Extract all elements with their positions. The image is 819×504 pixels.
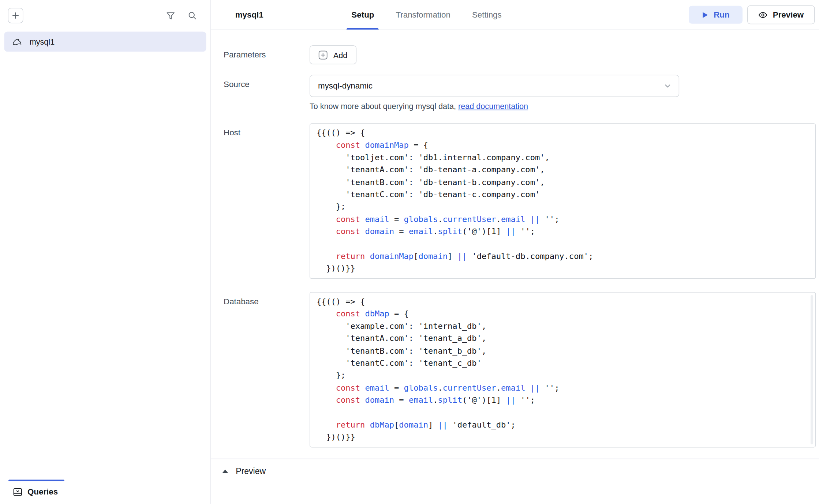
plus-square-icon [318,50,327,59]
bottom-panel-bar: Queries [0,479,210,504]
play-icon [702,11,708,18]
bottom-panel-icon [13,488,22,496]
sidebar-toolbar [0,0,210,29]
preview-button-label: Preview [773,10,804,19]
add-parameter-label: Add [333,50,347,59]
database-label: Database [211,292,309,306]
collapse-arrow-icon [222,469,228,473]
parameters-label: Parameters [211,45,309,60]
plus-icon [12,12,19,19]
run-button-label: Run [714,10,729,19]
query-list-item-mysql1[interactable]: mysql1 [4,31,206,52]
query-editor-panel: mysql1 Setup Transformation Settings Run [211,0,819,504]
host-row: Host {{(() => { const domainMap = { 'too… [211,123,816,279]
tab-transformation[interactable]: Transformation [392,0,454,30]
query-item-label: mysql1 [30,37,55,46]
preview-section: Preview [211,459,819,504]
parameters-row: Parameters Add [211,45,816,64]
source-row: Source mysql-dynamic To know more about … [211,75,816,111]
eye-icon [759,10,767,19]
query-sidebar: mysql1 Queries [0,0,211,504]
tab-settings-label: Settings [472,10,502,19]
preview-section-label: Preview [236,466,266,476]
queries-panel-toggle[interactable]: Queries [13,487,58,497]
query-list: mysql1 [0,29,210,55]
setup-form: Parameters Add Source mysql-dy [211,30,819,459]
editor-scrollbar[interactable] [811,295,813,444]
app-window: mysql1 Queries mysql1 Setup [0,0,819,504]
tab-transformation-label: Transformation [396,10,450,19]
add-parameter-button[interactable]: Add [310,45,356,64]
read-documentation-link[interactable]: read documentation [458,102,528,110]
chevron-down-icon [663,81,672,91]
source-select-value: mysql-dynamic [318,81,373,91]
query-header: mysql1 Setup Transformation Settings Run [211,0,819,30]
mysql-icon [12,37,23,46]
source-help-prefix: To know more about querying mysql data, [310,102,458,110]
queries-panel-label: Queries [27,487,58,497]
filter-icon[interactable] [166,11,175,20]
run-button[interactable]: Run [689,6,743,24]
preview-button[interactable]: Preview [748,5,815,24]
tab-setup[interactable]: Setup [348,0,378,30]
header-actions: Run Preview [689,0,815,30]
query-title: mysql1 [235,10,263,19]
tab-settings[interactable]: Settings [468,0,505,30]
source-label: Source [211,75,309,89]
database-code-editor[interactable]: {{(() => { const dbMap = { 'example.com'… [310,292,816,447]
add-query-button[interactable] [8,8,23,23]
search-icon[interactable] [188,11,197,20]
tab-setup-label: Setup [351,10,374,19]
source-select[interactable]: mysql-dynamic [310,75,679,97]
editor-tabs: Setup Transformation Settings [348,0,505,30]
database-row: Database {{(() => { const dbMap = { 'exa… [211,292,816,447]
preview-section-header[interactable]: Preview [211,459,819,483]
source-help-text: To know more about querying mysql data, … [310,102,816,110]
queries-tab-indicator [8,479,64,481]
host-code-editor[interactable]: {{(() => { const domainMap = { 'tooljet.… [310,123,816,279]
host-label: Host [211,123,309,138]
